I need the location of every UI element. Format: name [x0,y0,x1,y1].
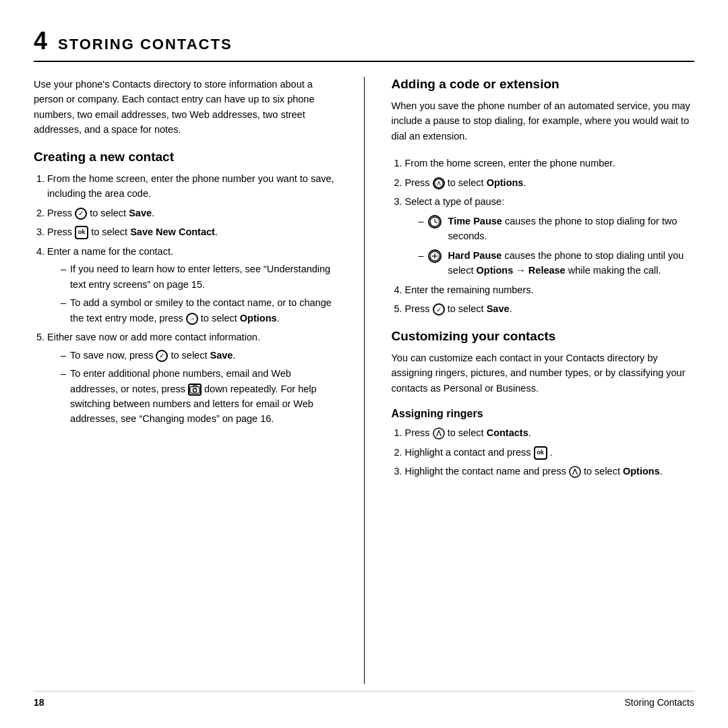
add-step-5: Press ✓ to select Save. [405,301,695,316]
add-step-4-text: Enter the remaining numbers. [405,284,534,295]
step-3-bold: Save New Contact [130,226,215,237]
options-icon-ringer3 [569,466,584,477]
time-pause-icon [428,215,442,229]
hard-pause-icon [428,249,442,263]
svg-point-11 [570,466,580,477]
add-step-5-before: Press [405,303,433,314]
svg-point-10 [433,428,444,439]
save-icon-add-step5: ✓ [433,303,445,315]
step-4-sub-2-bold: Options [240,313,277,324]
page: 4 Storing Contacts Use your phone's Cont… [0,0,728,728]
footer-page-number: 18 [34,697,44,708]
add-step-3-text: Select a type of pause: [405,196,505,207]
add-step-1-text: From the home screen, enter the phone nu… [405,158,615,169]
assigning-ringers-steps: Press to select Contacts. Highlight a co… [392,425,695,479]
customizing-title: Customizing your contacts [392,329,695,344]
step-5-sub-1: To save now, press ✓ to select Save. [61,348,337,363]
step-5: Either save now or add more contact info… [47,330,337,427]
camera-icon-step5 [188,384,202,396]
step-5-subitems: To save now, press ✓ to select Save. To … [47,348,337,427]
ringer-step-3: Highlight the contact name and press to … [405,464,695,479]
adding-code-title: Adding a code or extension [392,77,695,92]
add-step-2-before: Press [405,177,433,188]
time-pause-text: Time Pause causes the phone to stop dial… [448,214,694,244]
step-4-sub-1-text: If you need to learn how to enter letter… [70,262,336,292]
hard-pause-item: Hard Pause causes the phone to stop dial… [405,248,695,278]
pause-items: Time Pause causes the phone to stop dial… [405,214,695,278]
ringer-step-3-before: Highlight the contact name and press [405,466,569,477]
step-4: Enter a name for the contact. If you nee… [47,244,337,326]
ringer-step-3-after: to select Options. [584,466,663,477]
customizing-intro: You can customize each contact in your C… [392,351,695,396]
columns-container: Use your phone's Contacts directory to s… [34,77,694,684]
options-icon-ringer1 [433,427,448,438]
ringer-step-2-end: . [550,447,553,458]
step-3-text-before: Press [47,226,72,237]
column-divider [364,77,365,684]
step-4-text: Enter a name for the contact. [47,246,173,257]
intro-paragraph: Use your phone's Contacts directory to s… [34,77,337,138]
adding-code-intro: When you save the phone number of an aut… [392,98,695,144]
step-2-bold: Save [129,208,152,218]
chapter-number: 4 [34,27,47,55]
hard-pause-text: Hard Pause causes the phone to stop dial… [448,248,694,278]
ringer-step-1-before: Press [405,427,433,438]
step-5-sub-1-bold: Save [210,350,233,361]
add-step-4: Enter the remaining numbers. [405,282,695,297]
left-column: Use your phone's Contacts directory to s… [34,77,337,684]
step-4-subitems: If you need to learn how to enter letter… [47,262,337,326]
step-3-text-after: to select [91,226,130,237]
step-4-sub-1: If you need to learn how to enter letter… [61,262,337,292]
step-5-text: Either save now or add more contact info… [47,332,260,342]
add-step-2-after: to select Options. [448,177,526,188]
step-4-sub-2-content: To add a symbol or smiley to the contact… [70,295,336,326]
right-column: Adding a code or extension When you save… [392,77,695,684]
ringer-step-1: Press to select Contacts. [405,425,695,440]
svg-line-6 [435,222,437,223]
step-1-text: From the home screen, enter the phone nu… [47,173,334,199]
assigning-ringers-title: Assigning ringers [392,408,695,420]
step-1: From the home screen, enter the phone nu… [47,171,337,202]
add-step-2: Press to select Options. [405,175,695,190]
step-2-text-before: Press [47,208,72,218]
step-5-sub-2: To enter additional phone numbers, email… [61,366,337,427]
add-step-1: From the home screen, enter the phone nu… [405,156,695,171]
step-2: Press ✓ to select Save. [47,206,337,220]
svg-point-1 [193,388,196,392]
options-icon-step4sub2: → [186,313,198,325]
creating-contact-title: Creating a new contact [34,150,337,164]
page-footer: 18 Storing Contacts [34,691,694,708]
ringer-step-2-before: Highlight a contact and press [405,447,534,458]
step-2-text-after: to select [90,208,129,218]
svg-rect-2 [193,385,196,386]
add-step-3: Select a type of pause: [405,194,695,278]
options-icon-add-step2 [433,177,445,189]
chapter-title: Storing Contacts [58,36,233,53]
step-5-sub-1-content: To save now, press ✓ to select Save. [70,348,336,363]
save-icon-step5sub1: ✓ [156,350,168,362]
creating-contact-steps: From the home screen, enter the phone nu… [34,171,337,427]
chapter-header: 4 Storing Contacts [34,27,694,62]
step-5-sub-2-content: To enter additional phone numbers, email… [70,366,336,427]
ringer-step-1-after: to select Contacts. [448,427,531,438]
adding-code-steps: From the home screen, enter the phone nu… [392,156,695,316]
ringer-step-2: Highlight a contact and press ok . [405,445,695,460]
add-step-5-after: to select Save. [448,303,512,314]
step-4-sub-2: To add a symbol or smiley to the contact… [61,295,337,326]
ok-icon-step3: ok [75,226,88,239]
ok-icon-ringer2: ok [534,446,547,460]
save-icon-step2: ✓ [75,208,87,220]
time-pause-item: Time Pause causes the phone to stop dial… [405,214,695,244]
footer-chapter-name: Storing Contacts [625,697,695,708]
step-3: Press ok to select Save New Contact. [47,224,337,239]
